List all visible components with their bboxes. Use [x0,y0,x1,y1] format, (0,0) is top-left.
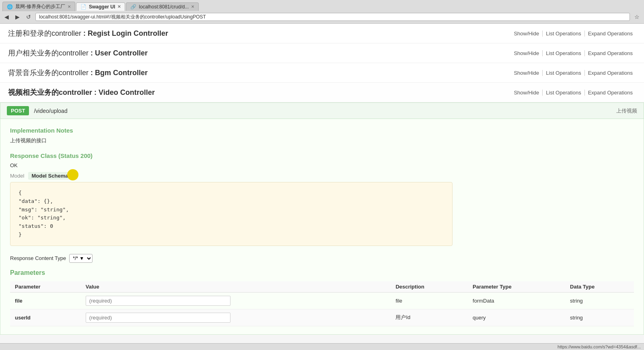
param-input-file[interactable] [86,296,230,306]
user-list-ops[interactable]: List Operations [543,50,584,56]
tab-2-label: Swagger UI [89,4,115,10]
json-line-4: "ok": "string", [19,214,444,222]
controller-bgm-prefix: 背景音乐业务的controller [8,69,88,77]
response-class-section: Response Class (Status 200) OK Model Mod… [10,152,634,246]
controller-bgm: 背景音乐业务的controller : Bgm Controller Show/… [0,63,644,83]
data-type-file: string [565,292,634,309]
endpoint-post-video-upload[interactable]: POST /video/upload 上传视频 [0,102,644,119]
tab-2-close[interactable]: ✕ [117,4,121,9]
col-description: Description [391,281,468,293]
video-expand-ops[interactable]: Expand Operations [585,90,636,96]
controller-user-title: 用户相关业务的controller : User Controller [8,48,148,58]
video-show-hide[interactable]: Show/Hide [510,90,543,96]
controller-user-actions: Show/Hide List Operations Expand Operati… [510,50,636,56]
param-value-userid[interactable] [81,309,391,326]
tab-2[interactable]: 📄 Swagger UI ✕ [76,2,125,11]
response-content-type-label: Response Content Type [10,255,66,261]
tab-1-favicon: 🌐 [7,4,13,10]
user-show-hide[interactable]: Show/Hide [510,50,543,56]
tab-1[interactable]: 🌐 晨网-修养身心的步工厂 ✕ [2,2,75,11]
json-line-2: "data": {}, [19,197,444,206]
browser-nav: ◀ ▶ ↺ ☆ [2,13,642,21]
regist-login-list-ops[interactable]: List Operations [543,31,584,37]
browser-chrome: 🌐 晨网-修养身心的步工厂 ✕ 📄 Swagger UI ✕ 🔗 localho… [0,0,644,24]
controller-video-prefix: 视频相关业务的controller [8,88,92,96]
controller-user: 用户相关业务的controller : User Controller Show… [0,43,644,63]
response-class-heading: Response Class (Status 200) [10,152,634,159]
endpoint-path: /video/upload [34,108,616,114]
video-list-ops[interactable]: List Operations [543,90,584,96]
controller-video: 视频相关业务的controller : Video Controller Sho… [0,83,644,102]
controller-bgm-suffix: : Bgm Controller [88,69,148,77]
model-schema-tab[interactable]: Model Schema [28,172,71,180]
controller-bgm-title: 背景音乐业务的controller : Bgm Controller [8,68,148,78]
tab-2-favicon: 📄 [80,4,86,10]
address-bar[interactable] [35,13,630,21]
json-line-1: { [19,189,444,197]
param-desc-userid: 用户Id [391,309,468,326]
controller-video-suffix: : Video Controller [92,88,155,96]
controller-regist-login-prefix: 注册和登录的controller [8,29,81,37]
impl-notes-text: 上传视频的接口 [10,137,634,144]
bgm-show-hide[interactable]: Show/Hide [510,70,543,76]
col-data-type: Data Type [565,281,634,293]
tab-3-close[interactable]: ✕ [191,4,194,9]
param-type-file: formData [468,292,565,309]
col-value: Value [81,281,391,293]
controller-regist-login-actions: Show/Hide List Operations Expand Operati… [510,31,636,37]
json-line-3: "msg": "string", [19,206,444,214]
bookmark-button[interactable]: ☆ [632,13,642,21]
controller-video-title: 视频相关业务的controller : Video Controller [8,88,155,97]
param-desc-file: file [391,292,468,309]
param-value-file[interactable] [81,292,391,309]
regist-login-expand-ops[interactable]: Expand Operations [585,31,636,37]
col-param-type: Parameter Type [468,281,565,293]
method-badge-post: POST [7,106,29,115]
response-ok-text: OK [10,162,634,168]
refresh-button[interactable]: ↺ [24,13,33,21]
param-input-userid[interactable] [86,313,230,323]
table-row: file file formData string [10,292,634,309]
param-name-file: file [10,292,81,309]
controller-regist-login-suffix: : Regist Login Controller [81,29,168,37]
model-tabs: Model Model Schema [10,172,634,179]
controller-user-prefix: 用户相关业务的controller [8,49,88,57]
parameters-section: Parameters Parameter Value Description P… [10,269,634,326]
controller-regist-login-title: 注册和登录的controller : Regist Login Controll… [8,29,168,38]
impl-notes-section: Implementation Notes 上传视频的接口 [10,127,634,144]
data-type-userid: string [565,309,634,326]
param-name-userid: userId [10,309,81,326]
response-content-type-row: Response Content Type */* ▼ [10,254,634,263]
endpoint-description: 上传视频 [616,107,637,115]
param-type-userid: query [468,309,565,326]
tab-bar: 🌐 晨网-修养身心的步工厂 ✕ 📄 Swagger UI ✕ 🔗 localho… [2,2,642,11]
params-table: Parameter Value Description Parameter Ty… [10,281,634,326]
bgm-list-ops[interactable]: List Operations [543,70,584,76]
regist-login-show-hide[interactable]: Show/Hide [510,31,543,37]
tab-1-close[interactable]: ✕ [68,4,71,9]
back-button[interactable]: ◀ [2,13,11,21]
json-schema-block: { "data": {}, "msg": "string", "ok": "st… [10,182,453,246]
controller-video-actions: Show/Hide List Operations Expand Operati… [510,90,636,96]
controller-bgm-actions: Show/Hide List Operations Expand Operati… [510,70,636,76]
endpoint-detail: Implementation Notes 上传视频的接口 Response Cl… [0,119,644,335]
json-line-6: } [19,231,444,239]
col-parameter: Parameter [10,281,81,293]
controller-user-suffix: : User Controller [88,49,148,57]
table-row: userId 用户Id query string [10,309,634,326]
bgm-expand-ops[interactable]: Expand Operations [585,70,636,76]
user-expand-ops[interactable]: Expand Operations [585,50,636,56]
tab-3-label: localhost:8081/crud/d... [139,4,189,10]
tab-1-label: 晨网-修养身心的步工厂 [15,3,65,10]
model-tab[interactable]: Model [10,173,24,179]
model-schema-wrapper: Model Schema [28,172,71,179]
json-line-5: "status": 0 [19,222,444,231]
tab-3-favicon: 🔗 [130,4,136,10]
tab-3[interactable]: 🔗 localhost:8081/crud/d... ✕ [126,2,199,11]
forward-button[interactable]: ▶ [13,13,22,21]
controller-regist-login: 注册和登录的controller : Regist Login Controll… [0,24,644,43]
parameters-heading: Parameters [10,269,634,276]
content-type-select[interactable]: */* ▼ [69,254,93,263]
page-content: 注册和登录的controller : Regist Login Controll… [0,24,644,335]
params-table-header-row: Parameter Value Description Parameter Ty… [10,281,634,293]
